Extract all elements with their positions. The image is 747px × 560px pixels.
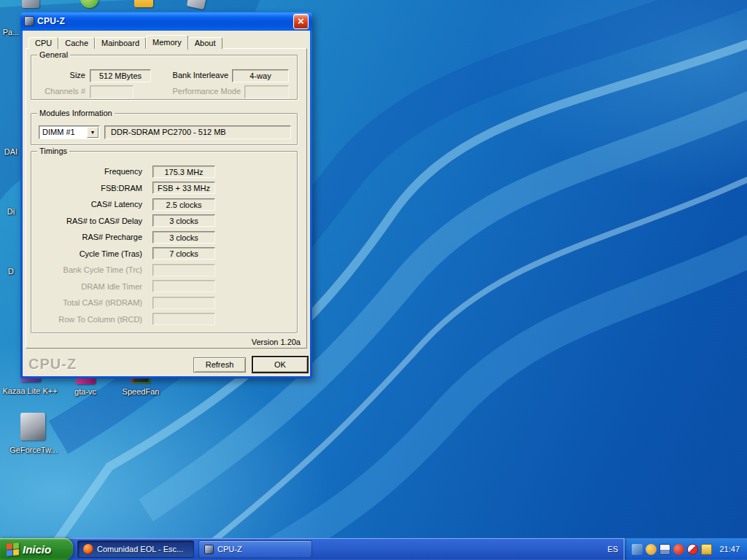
timing-rows: Frequency 175.3 MHz FSB:DRAM FSB + 33 MH… (31, 152, 297, 332)
bank-interleave-label: Bank Interleave (152, 69, 228, 82)
taskbar: Inicio Comunidad EOL - Esc... CPU-Z ES 2… (0, 538, 747, 560)
general-legend: General (37, 50, 70, 60)
size-label: Size (34, 69, 85, 82)
general-group: General Size 512 MBytes Bank Interleave … (31, 55, 298, 100)
dimm-selected-value: DIMM #1 (39, 127, 86, 138)
tab-cpu[interactable]: CPU (28, 37, 58, 49)
channels-label: Channels # (34, 85, 85, 98)
taskbar-task-cpuz[interactable]: CPU-Z (198, 540, 312, 558)
timing-label: CAS# Latency (36, 200, 142, 209)
desktop-icon-label-partial[interactable]: Di (0, 207, 22, 217)
system-tray: 21:47 (624, 538, 747, 560)
tab-cache[interactable]: Cache (58, 37, 95, 49)
timing-row-cycle-time: Cycle Time (Tras) 7 clocks (36, 246, 297, 262)
timing-label: Total CAS# (tRDRAM) (36, 298, 142, 307)
tray-firewall-icon[interactable] (687, 544, 698, 555)
task-label: Comunidad EOL - Esc... (97, 545, 183, 553)
task-label: CPU-Z (217, 545, 242, 553)
modules-legend: Modules Information (37, 109, 115, 118)
chevron-down-icon[interactable] (87, 127, 98, 138)
channels-field (90, 85, 133, 98)
start-button-label: Inicio (23, 543, 51, 556)
desktop-icon-label-partial[interactable]: D (0, 267, 22, 276)
timing-row-cas-latency: CAS# Latency 2.5 clocks (36, 196, 297, 213)
tray-messenger-icon[interactable] (632, 544, 643, 555)
timing-field (152, 280, 215, 292)
timing-row-row-to-column: Row To Column (tRCD) (36, 311, 297, 328)
timing-field: 3 clocks (152, 231, 215, 244)
timing-label: Bank Cycle Time (Trc) (36, 265, 142, 274)
kazaa-icon-label[interactable]: Kazaa Lite K++ (1, 386, 59, 396)
timing-label: DRAM Idle Timer (36, 282, 142, 291)
cpuz-app-icon (24, 16, 34, 26)
desktop-icon-label-partial[interactable]: DAI (0, 147, 22, 157)
timing-label: Cycle Time (Tras) (36, 249, 142, 258)
mail-icon[interactable] (134, 0, 153, 7)
taskbar-task-comunidad-eol[interactable]: Comunidad EOL - Esc... (77, 540, 194, 558)
window-body: CPU Cache Mainboard Memory About General… (23, 31, 310, 376)
timing-row-dram-idle-timer: DRAM Idle Timer (36, 279, 297, 295)
timing-row-ras-precharge: RAS# Precharge 3 clocks (36, 229, 297, 246)
desktop-icon-label-partial[interactable]: Pa... (0, 28, 22, 37)
speedfan-icon-label[interactable]: SpeedFan (112, 387, 170, 397)
tray-display-icon[interactable] (659, 544, 670, 555)
tab-about[interactable]: About (188, 37, 222, 49)
size-field: 512 MBytes (90, 69, 151, 82)
tab-strip: CPU Cache Mainboard Memory About (28, 35, 222, 50)
cpuz-icon (204, 545, 214, 554)
timing-field (152, 313, 215, 325)
tray-notes-icon[interactable] (701, 544, 712, 555)
geforce-tweak-icon-label[interactable]: GeForceTw... (4, 446, 63, 455)
module-info-field: DDR-SDRAM PC2700 - 512 MB (104, 125, 291, 139)
bank-interleave-field: 4-way (232, 69, 289, 82)
timing-row-ras-to-cas: RAS# to CAS# Delay 3 clocks (36, 213, 297, 230)
browser-icon (83, 544, 93, 554)
title-bar[interactable]: CPU-Z (20, 12, 312, 31)
ok-button[interactable]: OK (252, 356, 309, 373)
timing-field: 175.3 MHz (152, 166, 215, 178)
window-title: CPU-Z (37, 16, 293, 26)
timing-field (152, 297, 215, 309)
timing-label: FSB:DRAM (36, 184, 142, 192)
tab-memory[interactable]: Memory (146, 35, 188, 50)
memory-tab-panel: General Size 512 MBytes Bank Interleave … (26, 48, 307, 349)
modules-group: Modules Information DIMM #1 DDR-SDRAM PC… (31, 113, 298, 145)
timing-field: 3 clocks (152, 214, 215, 227)
gta-vc-icon-label[interactable]: gta-vc (56, 387, 115, 397)
language-indicator[interactable]: ES (602, 545, 624, 553)
cpuz-watermark: CPU-Z (28, 356, 77, 373)
timing-label: Row To Column (tRCD) (36, 315, 142, 324)
geforce-tweak-icon[interactable] (20, 413, 45, 440)
timing-row-total-cas: Total CAS# (tRDRAM) (36, 295, 297, 311)
timing-label: RAS# to CAS# Delay (36, 217, 142, 225)
timings-group: Timings Frequency 175.3 MHz FSB:DRAM FSB… (31, 151, 298, 333)
close-button[interactable] (293, 14, 309, 29)
version-text: Version 1.20a (252, 338, 301, 346)
start-button[interactable]: Inicio (0, 538, 73, 560)
refresh-button[interactable]: Refresh (193, 357, 246, 373)
timing-row-bank-cycle-time: Bank Cycle Time (Trc) (36, 262, 297, 279)
tab-mainboard[interactable]: Mainboard (95, 37, 146, 49)
timing-label: Frequency (36, 167, 142, 176)
tray-antivirus-icon[interactable] (673, 544, 684, 555)
cpuz-window: CPU-Z CPU Cache Mainboard Memory About G… (20, 12, 312, 378)
tray-clock: 21:47 (719, 545, 740, 553)
timing-field (152, 264, 215, 276)
timing-label: RAS# Precharge (36, 233, 142, 241)
desktop-icon-cropped-1[interactable] (22, 0, 39, 8)
performance-mode-field (244, 85, 289, 98)
timing-field: 2.5 clocks (152, 198, 215, 211)
timing-field: 7 clocks (152, 247, 215, 260)
timing-row-frequency: Frequency 175.3 MHz (36, 163, 297, 180)
tray-update-icon[interactable] (646, 544, 657, 555)
dimm-select[interactable]: DIMM #1 (39, 125, 100, 139)
windows-logo-icon (7, 542, 19, 556)
timing-field: FSB + 33 MHz (152, 182, 215, 194)
timing-row-fsb-dram: FSB:DRAM FSB + 33 MHz (36, 180, 297, 197)
performance-mode-label: Performance Mode (141, 85, 241, 98)
